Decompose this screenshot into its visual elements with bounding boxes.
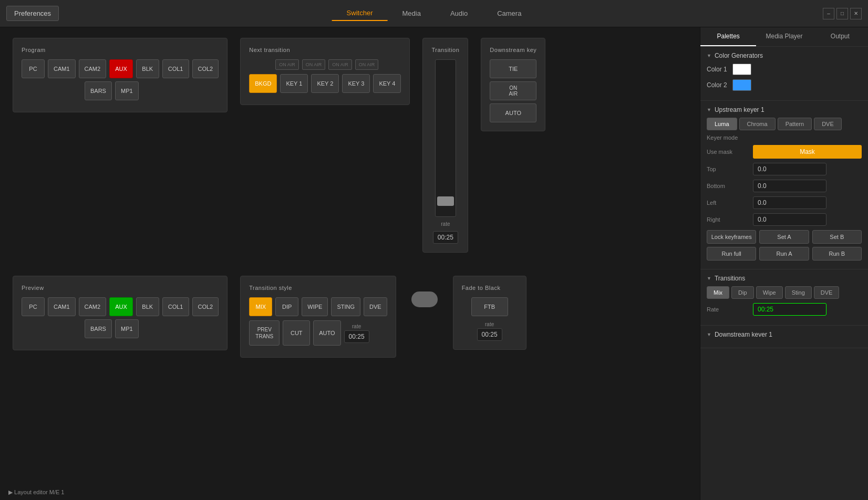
toggle-switch[interactable] [411,291,438,307]
trans-tab-sting[interactable]: Sting [785,286,812,299]
keyer-tab-luma[interactable]: Luma [707,118,737,130]
transitions-rate-input[interactable] [753,303,826,316]
program-cam2[interactable]: CAM2 [79,59,107,78]
set-a-btn[interactable]: Set A [759,230,809,244]
left-row: Left [707,196,862,209]
color-generators-label: Color Generators [715,52,763,59]
mask-button[interactable]: Mask [753,145,862,159]
preview-bars[interactable]: BARS [85,319,112,338]
lock-keyframes-btn[interactable]: Lock keyframes [707,230,756,244]
ts-auto[interactable]: AUTO [313,320,340,346]
tab-audio[interactable]: Audio [436,6,482,21]
tab-media[interactable]: Media [387,6,435,21]
top-input[interactable] [753,163,826,175]
transition-rate-value: 00:25 [433,231,458,244]
nt-key2[interactable]: KEY 2 [311,74,339,93]
ts-dip[interactable]: DIP [275,297,298,316]
ts-cut[interactable]: CUT [283,320,310,346]
program-col1[interactable]: COL1 [162,59,189,78]
program-col2[interactable]: COL2 [192,59,219,78]
program-cam1[interactable]: CAM1 [48,59,76,78]
ftb-buttons: FTB rate 00:25 [462,297,518,341]
set-b-btn[interactable]: Set B [812,230,862,244]
ts-btn-row: MIX DIP WIPE STING DVE [249,297,387,316]
transition-title: Transition [431,47,459,53]
right-panel: Palettes Media Player Output ▼ Color Gen… [700,27,868,500]
ts-prev-trans[interactable]: PREVTRANS [249,320,280,346]
upstream-keyer-header[interactable]: ▼ Upstream keyer 1 [707,106,862,113]
ts-sting[interactable]: STING [331,297,360,316]
rp-tab-output[interactable]: Output [812,27,868,46]
preview-blk[interactable]: BLK [136,297,159,316]
rp-tab-palettes[interactable]: Palettes [700,27,756,46]
ts-dve[interactable]: DVE [364,297,387,316]
trans-tab-wipe[interactable]: Wipe [756,286,783,299]
program-blk[interactable]: BLK [136,59,159,78]
run-full-btn[interactable]: Run full [707,247,756,261]
downstream-keyer-section: ▼ Downstream kever 1 [700,326,868,348]
ts-wipe[interactable]: WIPE [302,297,328,316]
downstream-key-title: Downstream key [490,47,536,53]
upstream-keyer-label: Upstream keyer 1 [715,106,764,113]
ftb-btn[interactable]: FTB [471,297,508,316]
tab-camera[interactable]: Camera [482,6,536,21]
layout-editor[interactable]: Layout editor M/E 1 [0,485,73,500]
transition-slider[interactable] [435,59,456,217]
color1-swatch[interactable] [732,64,751,75]
preview-pc[interactable]: PC [22,297,45,316]
rp-tab-mediaplayer[interactable]: Media Player [756,27,812,46]
dsk-on-air[interactable]: ONAIR [490,81,536,100]
trans-tab-dip[interactable]: Dip [731,286,754,299]
right-input[interactable] [753,213,826,226]
nt-key4[interactable]: KEY 4 [373,74,401,93]
ts-rate-area: rate 00:25 [344,324,369,343]
bottom-input[interactable] [753,180,826,192]
preview-mp1[interactable]: MP1 [115,319,139,338]
trans-tab-mix[interactable]: Mix [707,286,729,299]
nt-key3[interactable]: KEY 3 [342,74,370,93]
transitions-header[interactable]: ▼ Transitions [707,275,862,282]
run-b-btn[interactable]: Run B [812,247,862,261]
trans-tab-dve[interactable]: DVE [814,286,840,299]
preview-cam1[interactable]: CAM1 [48,297,76,316]
nt-key1[interactable]: KEY 1 [280,74,308,93]
nt-bkgd[interactable]: BKGD [249,74,277,93]
left-input[interactable] [753,196,826,209]
program-pc[interactable]: PC [22,59,45,78]
transition-rate-label: rate [441,221,450,227]
preview-aux[interactable]: AUX [109,297,133,316]
fade-to-black-section: Fade to Black FTB rate 00:25 [453,276,526,350]
preview-btn-row-2: BARS MP1 [22,319,219,338]
keyer-mode-label: Keyer mode [707,134,749,141]
use-mask-label: Use mask [707,149,749,155]
dsk-buttons: TIE ONAIR AUTO [490,59,536,122]
preview-col2[interactable]: COL2 [192,297,219,316]
color-generators-header[interactable]: ▼ Color Generators [707,52,862,59]
close-button[interactable]: ✕ [850,8,862,19]
title-bar: Preferences Switcher Media Audio Camera … [0,0,868,27]
color1-row: Color 1 [707,64,862,75]
minimize-button[interactable]: – [823,8,834,19]
keyer-tab-chroma[interactable]: Chroma [739,118,776,130]
program-aux[interactable]: AUX [109,59,133,78]
color-generators-section: ▼ Color Generators Color 1 Color 2 [700,47,868,101]
preview-cam2[interactable]: CAM2 [79,297,107,316]
program-bars[interactable]: BARS [85,81,112,100]
keyer-tab-pattern[interactable]: Pattern [778,118,812,130]
ts-mix[interactable]: MIX [249,297,272,316]
preview-section: Preview PC CAM1 CAM2 AUX BLK COL1 COL2 B… [13,276,228,350]
run-a-btn[interactable]: Run A [759,247,809,261]
tab-switcher[interactable]: Switcher [332,6,388,21]
dsk-tie[interactable]: TIE [490,59,536,78]
keyer-tab-dve[interactable]: DVE [814,118,842,130]
maximize-button[interactable]: □ [836,8,848,19]
dsk-auto[interactable]: AUTO [490,103,536,122]
color2-swatch[interactable] [732,79,751,91]
color2-row: Color 2 [707,79,862,91]
preview-col1[interactable]: COL1 [162,297,189,316]
downstream-keyer-header[interactable]: ▼ Downstream kever 1 [707,331,862,338]
preferences-button[interactable]: Preferences [6,6,59,21]
program-mp1[interactable]: MP1 [115,81,139,100]
nt-btn-row: BKGD KEY 1 KEY 2 KEY 3 KEY 4 [249,74,401,93]
preview-title: Preview [22,285,219,291]
